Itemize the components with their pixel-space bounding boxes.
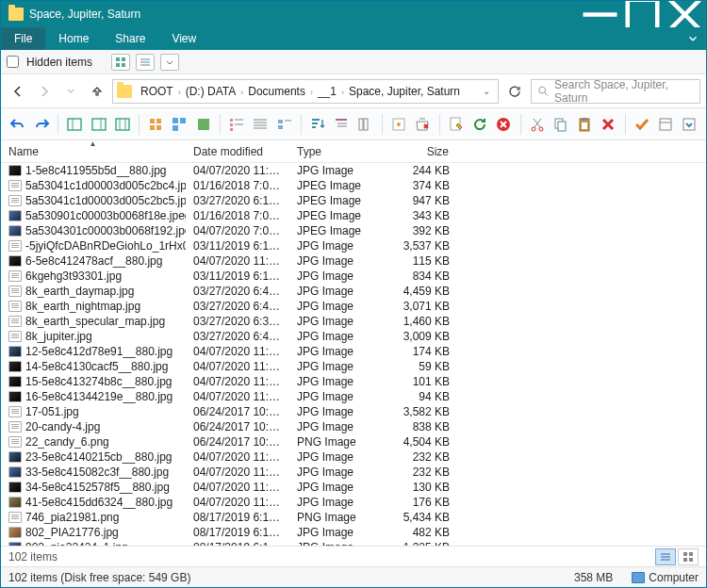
copy-button[interactable] [551,112,572,137]
file-date: 04/07/2020 11:27 PM [186,164,289,177]
table-row[interactable]: 8k_jupiter.jpg 03/27/2020 6:45 PM JPG Im… [1,329,706,344]
table-row[interactable]: 5a530901c00003b0068f18e.jpeg 01/16/2018 … [1,208,706,223]
tiles-view-button[interactable] [273,112,295,137]
table-row[interactable]: 14-5e8c4130cacf5__880.jpg 04/07/2020 11:… [1,359,706,374]
hidden-items-checkbox[interactable] [7,56,19,68]
thumb-large-button[interactable] [192,112,214,137]
up-button[interactable] [86,80,108,103]
table-row[interactable]: 6kgehg3t93301.jpg 03/11/2019 6:18 PM JPG… [1,269,706,284]
breadcrumb-segment[interactable]: __1 [315,85,339,98]
table-row[interactable]: 20-candy-4.jpg 06/24/2017 10:12 AM JPG I… [1,419,706,434]
folder-delete-button[interactable] [412,112,434,137]
file-icon [8,195,22,206]
col-size[interactable]: Size [374,140,457,162]
ribbon-expand-button[interactable] [680,27,706,50]
redo-button[interactable] [30,112,52,137]
table-row[interactable]: 41-5e8c415dd6324__880.jpg 04/07/2020 11:… [1,495,706,510]
breadcrumb-segment[interactable]: ROOT [138,85,176,98]
table-row[interactable]: 1-5e8c411955b5d__880.jpg 04/07/2020 11:2… [1,163,706,178]
file-icon [8,361,22,372]
table-row[interactable]: 5a53041c1d00003d005c2bc4.jpeg 01/16/2018… [1,178,706,193]
table-row[interactable]: 746_pia21981.png 08/17/2019 6:16 PM PNG … [1,510,706,525]
back-button[interactable] [7,80,29,103]
table-row[interactable]: 12-5e8c412d78e91__880.jpg 04/07/2020 11:… [1,344,706,359]
search-box[interactable]: Search Space, Jupiter, Saturn [531,79,700,104]
table-row[interactable]: 8k_earth_nightmap.jpg 03/27/2020 6:43 PM… [1,299,706,314]
col-date[interactable]: Date modified [186,140,289,162]
stop-button[interactable] [493,112,515,137]
table-row[interactable]: 15-5e8c413274b8c__880.jpg 04/07/2020 11:… [1,374,706,389]
edit-button[interactable] [446,112,468,137]
table-row[interactable]: 16-5e8c41344219e__880.jpg 04/07/2020 11:… [1,389,706,404]
recent-locations-button[interactable] [59,80,82,103]
file-date: 06/24/2017 10:14 AM [186,435,289,449]
chevron-right-icon[interactable]: › [308,88,315,97]
col-type[interactable]: Type [289,140,374,162]
table-row[interactable]: 5a53041c1d00003d005c2bc5.jpeg 03/27/2020… [1,193,706,208]
sort-button[interactable] [307,112,329,137]
breadcrumb-segment[interactable]: (D:) DATA [183,85,239,98]
list-view-button[interactable] [226,112,248,137]
refresh-tool-button[interactable] [469,112,491,137]
chevron-right-icon[interactable]: › [339,88,346,97]
address-bar[interactable]: ROOT›(D:) DATA›Documents›__1›Space, Jupi… [112,79,499,104]
layout-option-1[interactable] [111,54,130,71]
file-name: 6-5e8c412478acf__880.jpg [25,254,162,268]
svg-rect-47 [364,119,368,130]
file-date: 03/11/2019 6:15 PM [186,239,289,253]
undo-button[interactable] [7,112,28,137]
col-name[interactable]: ▲Name [1,140,186,162]
close-button[interactable] [664,1,706,27]
cut-button[interactable] [527,112,549,137]
thumb-small-button[interactable] [145,112,167,137]
hidden-items-label: Hidden items [26,56,92,69]
pane-1-button[interactable] [64,112,86,137]
address-dropdown[interactable]: ⌄ [479,86,494,96]
forward-button[interactable] [33,80,56,103]
table-row[interactable]: -5jyiQfcDABnRDeGiohLo_1rHx0cjsfoUFy... 0… [1,238,706,253]
thumbnails-toggle[interactable] [678,548,699,565]
table-row[interactable]: 33-5e8c415082c3f__880.jpg 04/07/2020 11:… [1,465,706,480]
layout-option-2[interactable] [136,54,155,71]
group-button[interactable] [331,112,353,137]
check-button[interactable] [632,112,653,137]
table-row[interactable]: 8k_earth_specular_map.jpg 03/27/2020 6:3… [1,314,706,329]
breadcrumb-segment[interactable]: Space, Jupiter, Saturn [346,85,463,98]
options-button[interactable] [388,112,410,137]
table-row[interactable]: 22_candy_6.png 06/24/2017 10:14 AM PNG I… [1,434,706,449]
breadcrumb-segment[interactable]: Documents [245,85,308,98]
pane-2-button[interactable] [88,112,109,137]
table-row[interactable]: 17-051.jpg 06/24/2017 10:13 AM JPG Image… [1,404,706,419]
dropdown-tool-button[interactable] [679,112,700,137]
table-row[interactable]: 34-5e8c4152578f5__880.jpg 04/07/2020 11:… [1,480,706,495]
file-icon [8,180,22,191]
refresh-button[interactable] [502,79,527,104]
menu-file[interactable]: File [1,27,45,50]
columns-button[interactable] [354,112,376,137]
properties-button[interactable] [655,112,677,137]
table-row[interactable]: 23-5e8c4140215cb__880.jpg 04/07/2020 11:… [1,449,706,465]
svg-rect-30 [230,123,233,126]
window-title: Space, Jupiter, Saturn [29,8,579,21]
file-icon [8,376,22,387]
file-list[interactable]: 1-5e8c411955b5d__880.jpg 04/07/2020 11:2… [1,163,706,546]
menu-home[interactable]: Home [45,27,102,50]
table-row[interactable]: 802_PIA21776.jpg 08/17/2019 6:14 PM JPG … [1,525,706,540]
chevron-right-icon[interactable]: › [176,88,183,97]
details-toggle[interactable] [655,548,676,565]
table-row[interactable]: 8k_earth_daymap.jpg 03/27/2020 6:44 PM J… [1,284,706,299]
table-row[interactable]: 5a5304301c00003b0068f192.jpeg 04/07/2020… [1,223,706,238]
details-view-button[interactable] [250,112,271,137]
thumb-med-button[interactable] [169,112,190,137]
table-row[interactable]: 6-5e8c412478acf__880.jpg 04/07/2020 11:2… [1,253,706,269]
minimize-button[interactable] [579,1,621,27]
menu-view[interactable]: View [158,27,209,50]
maximize-button[interactable] [621,1,664,27]
file-type: JPG Image [289,450,374,464]
layout-dropdown[interactable] [160,54,179,71]
paste-button[interactable] [574,112,596,137]
menu-share[interactable]: Share [102,27,158,50]
delete-button[interactable] [598,112,619,137]
pane-3-button[interactable] [111,112,133,137]
file-icon [8,391,22,402]
